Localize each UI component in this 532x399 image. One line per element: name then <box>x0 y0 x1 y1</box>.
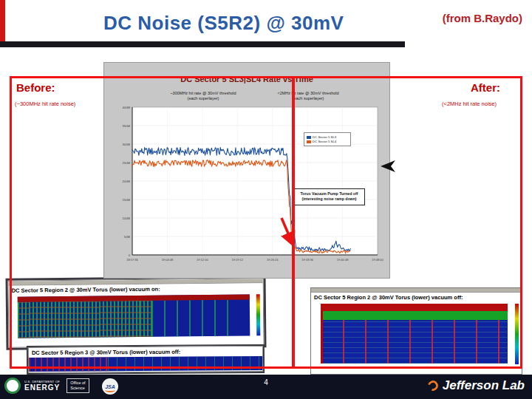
footer-bar: U.S. DEPARTMENT OF ENERGY Office of Scie… <box>0 375 532 399</box>
before-label: Before: <box>16 81 55 94</box>
slide-title: DC Noise (S5R2) @ 30mV <box>103 12 344 35</box>
attribution-note: (from B.Raydo) <box>443 12 522 24</box>
after-label: After: <box>471 81 500 94</box>
after-sublabel: (<2MHz hit rate noise) <box>442 100 497 107</box>
title-underline-bar <box>0 41 405 47</box>
jlab-mark-icon <box>426 378 440 392</box>
slide-accent-stripe <box>0 0 5 42</box>
before-highlight-box <box>10 76 295 369</box>
presentation-slide: DC Noise (S5R2) @ 30mV (from B.Raydo) DC… <box>0 0 532 399</box>
jlab-text: Jefferson Lab <box>443 378 525 393</box>
jefferson-lab-logo: Jefferson Lab <box>428 378 525 393</box>
before-sublabel: (~300MHz hit rate noise) <box>15 100 75 107</box>
after-highlight-box <box>292 76 522 369</box>
